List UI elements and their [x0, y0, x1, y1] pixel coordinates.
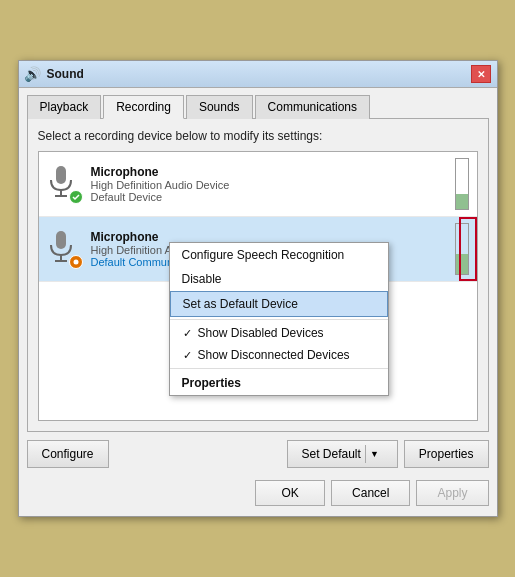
- ok-button[interactable]: OK: [255, 480, 325, 506]
- window-icon: 🔊: [25, 66, 41, 82]
- tab-communications[interactable]: Communications: [255, 95, 370, 119]
- title-bar: 🔊 Sound ✕: [19, 61, 497, 88]
- close-button[interactable]: ✕: [471, 65, 491, 83]
- checkmark-icon: [72, 193, 80, 201]
- ctx-show-disabled[interactable]: ✓ Show Disabled Devices: [170, 322, 388, 344]
- window-title: Sound: [47, 67, 84, 81]
- device-sub2-1: Default Device: [91, 191, 443, 203]
- device-icon-wrap-1: [47, 164, 83, 204]
- ctx-disable[interactable]: Disable: [170, 267, 388, 291]
- set-default-label: Set Default: [302, 447, 361, 461]
- checkmark-disconnected: ✓: [182, 349, 194, 362]
- sound-dialog: 🔊 Sound ✕ Playback Recording Sounds Comm…: [18, 60, 498, 517]
- ctx-show-disconnected[interactable]: ✓ Show Disconnected Devices: [170, 344, 388, 366]
- device-list: Microphone High Definition Audio Device …: [38, 151, 478, 421]
- svg-rect-3: [56, 231, 66, 249]
- tabs-bar: Playback Recording Sounds Communications: [19, 88, 497, 118]
- checkmark-disabled: ✓: [182, 327, 194, 340]
- configure-button[interactable]: Configure: [27, 440, 109, 468]
- set-default-button[interactable]: Set Default ▼: [287, 440, 398, 468]
- level-meter-1: [455, 158, 469, 210]
- selected-border: [459, 217, 477, 281]
- context-menu: Configure Speech Recognition Disable Set…: [169, 242, 389, 396]
- device-sub1-1: High Definition Audio Device: [91, 179, 443, 191]
- content-area: Select a recording device below to modif…: [27, 118, 489, 432]
- phone-icon: [72, 258, 80, 266]
- properties-button[interactable]: Properties: [404, 440, 489, 468]
- level-bar-1: [456, 194, 468, 209]
- action-buttons: Configure Set Default ▼ Properties: [19, 432, 497, 472]
- status-indicator-1: [69, 190, 83, 204]
- ctx-properties[interactable]: Properties: [170, 371, 388, 395]
- device-icon-wrap-2: [47, 229, 83, 269]
- svg-point-6: [73, 260, 78, 265]
- dialog-buttons: OK Cancel Apply: [19, 472, 497, 516]
- description-text: Select a recording device below to modif…: [38, 129, 478, 143]
- device-item-1[interactable]: Microphone High Definition Audio Device …: [39, 152, 477, 217]
- cancel-button[interactable]: Cancel: [331, 480, 410, 506]
- device-name-1: Microphone: [91, 165, 443, 179]
- ctx-configure-speech[interactable]: Configure Speech Recognition: [170, 243, 388, 267]
- tab-sounds[interactable]: Sounds: [186, 95, 253, 119]
- ctx-show-disconnected-label: Show Disconnected Devices: [198, 348, 350, 362]
- ctx-separator-1: [170, 319, 388, 320]
- apply-button[interactable]: Apply: [416, 480, 488, 506]
- device-info-1: Microphone High Definition Audio Device …: [91, 165, 443, 203]
- svg-rect-0: [56, 166, 66, 184]
- tab-playback[interactable]: Playback: [27, 95, 102, 119]
- set-default-arrow[interactable]: ▼: [365, 445, 383, 463]
- tab-recording[interactable]: Recording: [103, 95, 184, 119]
- status-indicator-2: [69, 255, 83, 269]
- ctx-separator-2: [170, 368, 388, 369]
- ctx-show-disabled-label: Show Disabled Devices: [198, 326, 324, 340]
- ctx-set-default[interactable]: Set as Default Device: [170, 291, 388, 317]
